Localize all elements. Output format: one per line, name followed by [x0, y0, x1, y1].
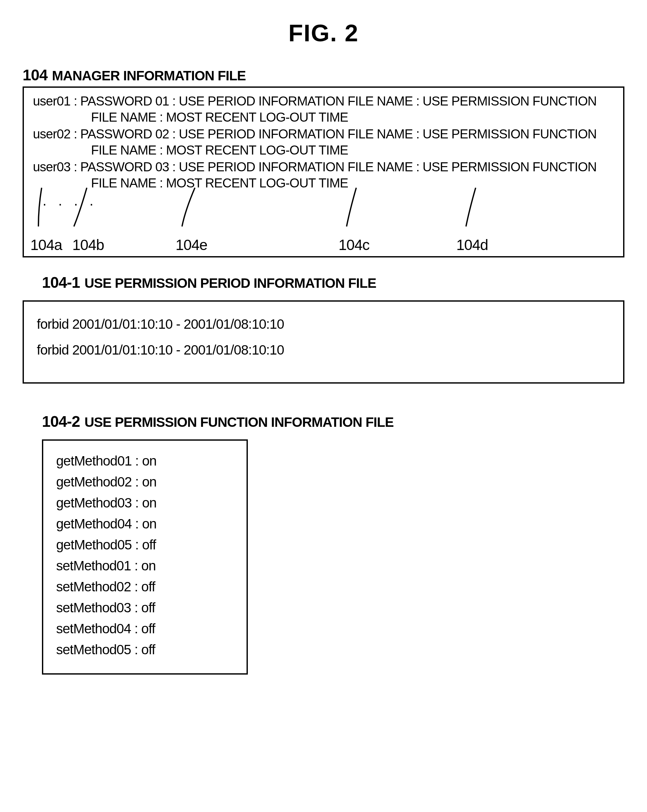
section-1042-num: 104-2 — [42, 413, 80, 430]
section-1042-title: USE PERMISSION FUNCTION INFORMATION FILE — [84, 415, 394, 430]
section-104-num: 104 — [23, 66, 47, 84]
method-line: setMethod03 : off — [56, 597, 237, 618]
ref-104c: 104c — [338, 236, 370, 255]
ellipsis: . . . . — [33, 192, 614, 209]
section-1041-label: 104-1USE PERMISSION PERIOD INFORMATION F… — [42, 273, 624, 291]
use-permission-period-box: forbid 2001/01/01:10:10 - 2001/01/08:10:… — [23, 300, 624, 383]
section-1041-num: 104-1 — [42, 274, 80, 291]
user-entry: user02 : PASSWORD 02 : USE PERIOD INFORM… — [33, 126, 614, 158]
entry-line2: FILE NAME : MOST RECENT LOG-OUT TIME — [33, 109, 614, 125]
ref-104d: 104d — [456, 236, 488, 255]
user-entry: user03 : PASSWORD 03 : USE PERIOD INFORM… — [33, 159, 614, 191]
method-line: getMethod02 : on — [56, 471, 237, 492]
method-line: getMethod03 : on — [56, 492, 237, 513]
section-104-title: MANAGER INFORMATION FILE — [52, 68, 246, 83]
entry-line2: FILE NAME : MOST RECENT LOG-OUT TIME — [33, 175, 614, 191]
method-line: getMethod05 : off — [56, 534, 237, 555]
period-line: forbid 2001/01/01:10:10 - 2001/01/08:10:… — [37, 311, 610, 337]
entry-line2: FILE NAME : MOST RECENT LOG-OUT TIME — [33, 142, 614, 158]
method-line: getMethod01 : on — [56, 450, 237, 471]
method-line: setMethod01 : on — [56, 555, 237, 576]
method-line: setMethod02 : off — [56, 576, 237, 597]
ref-104e: 104e — [176, 236, 207, 255]
method-line: setMethod05 : off — [56, 639, 237, 660]
manager-info-file-box: user01 : PASSWORD 01 : USE PERIOD INFORM… — [23, 87, 624, 258]
entry-line1: user01 : PASSWORD 01 : USE PERIOD INFORM… — [33, 93, 614, 109]
section-1041-title: USE PERMISSION PERIOD INFORMATION FILE — [84, 276, 376, 291]
ref-104b: 104b — [72, 236, 104, 255]
entry-line1: user02 : PASSWORD 02 : USE PERIOD INFORM… — [33, 126, 614, 142]
period-line: forbid 2001/01/01:10:10 - 2001/01/08:10:… — [37, 337, 610, 363]
user-entry: user01 : PASSWORD 01 : USE PERIOD INFORM… — [33, 93, 614, 125]
ref-104a: 104a — [30, 236, 62, 255]
method-line: getMethod04 : on — [56, 513, 237, 534]
figure-title: FIG. 2 — [23, 19, 624, 47]
use-permission-function-box: getMethod01 : on getMethod02 : on getMet… — [42, 440, 248, 675]
section-104-label: 104MANAGER INFORMATION FILE — [23, 66, 624, 84]
section-1042-label: 104-2USE PERMISSION FUNCTION INFORMATION… — [42, 413, 624, 430]
entry-line1: user03 : PASSWORD 03 : USE PERIOD INFORM… — [33, 159, 614, 175]
method-line: setMethod04 : off — [56, 618, 237, 639]
